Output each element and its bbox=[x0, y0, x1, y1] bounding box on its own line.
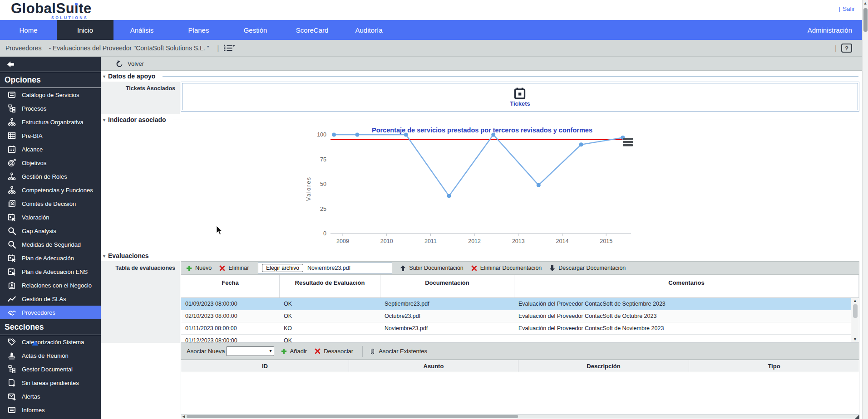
nav-inicio[interactable]: Inicio bbox=[57, 20, 113, 40]
help-icon[interactable]: ? bbox=[841, 44, 852, 53]
evaluaciones-table-body: 01/09/2023 08:00:00 OK Septiembre23.pdf … bbox=[181, 298, 859, 343]
section-indicador-asociado[interactable]: ▾ Indicador asociado bbox=[101, 114, 862, 125]
scroll-up-icon[interactable]: ▲ bbox=[853, 298, 857, 303]
svg-text:2013: 2013 bbox=[512, 238, 525, 244]
sidebar-item-medidas-de-seguridad[interactable]: Medidas de Seguridad bbox=[0, 238, 101, 251]
sidebar-item-gestion-de-roles[interactable]: Gestión de Roles bbox=[0, 170, 101, 183]
scrollbar-thumb[interactable] bbox=[863, 8, 868, 32]
section-datos-de-apoyo[interactable]: ▾ Datos de apoyo bbox=[101, 71, 862, 82]
logout-link[interactable]: |Salir bbox=[838, 5, 855, 12]
logout-label[interactable]: Salir bbox=[843, 5, 855, 12]
eliminar-documentacion-button[interactable]: Eliminar Documentación bbox=[471, 265, 542, 272]
sidebar-item-label: Competencias y Funciones bbox=[22, 187, 93, 194]
nav-auditoria[interactable]: Auditoría bbox=[340, 20, 397, 40]
section-evaluaciones[interactable]: ▾ Evaluaciones bbox=[101, 250, 862, 261]
nav-planes[interactable]: Planes bbox=[170, 20, 227, 40]
table-row[interactable]: 01/12/2023 08:00:00 OK bbox=[181, 335, 851, 343]
sidebar-item-label: Informes bbox=[22, 407, 45, 414]
sidebar-item-categorizacion-sistema[interactable]: Categorización Sistema bbox=[0, 335, 101, 349]
search-icon bbox=[8, 240, 16, 248]
tickets-button[interactable]: Tickets bbox=[510, 87, 530, 107]
cell-fecha: 01/12/2023 08:00:00 bbox=[181, 337, 280, 343]
asociar-nueva-select[interactable] bbox=[226, 346, 274, 356]
sidebar-item-gestor-documental[interactable]: Gestor Documental bbox=[0, 362, 101, 376]
action-bar: Volver bbox=[101, 57, 862, 71]
column-header-tipo: Tipo bbox=[689, 360, 859, 372]
scroll-down-icon[interactable]: ▼ bbox=[853, 337, 857, 342]
sidebar-item-label: Valoración bbox=[22, 214, 49, 221]
sidebar-item-alertas[interactable]: Alertas bbox=[0, 390, 101, 403]
back-arrow-icon bbox=[5, 60, 15, 68]
subir-documentacion-button[interactable]: Subir Documentación bbox=[399, 265, 464, 272]
sidebar-item-proveedores[interactable]: Proveedores bbox=[0, 306, 101, 319]
sidebar-item-plan-de-adecuacion[interactable]: Plan de Adecuación bbox=[0, 251, 101, 265]
sidebar-item-label: Plan de Adecuación bbox=[22, 255, 74, 262]
elegir-archivo-button[interactable]: Elegir archivo bbox=[262, 264, 303, 272]
breadcrumb-separator: | bbox=[217, 44, 219, 52]
anadir-button[interactable]: Añadir bbox=[281, 348, 307, 355]
scrollbar-thumb[interactable] bbox=[187, 415, 518, 418]
asociar-nueva-label: Asociar Nueva bbox=[187, 348, 225, 355]
sidebar-item-gap-analysis[interactable]: Gap Analysis bbox=[0, 224, 101, 238]
section-title: Indicador asociado bbox=[108, 116, 166, 123]
sidebar-item-pre-bia[interactable]: Pre-BIA bbox=[0, 129, 101, 142]
table-row[interactable]: 02/10/2023 08:00:00 OK Octubre23.pdf Eva… bbox=[181, 310, 851, 322]
sidebar-item-label: Procesos bbox=[22, 105, 46, 112]
list-options-icon[interactable] bbox=[223, 44, 235, 52]
chart-menu-icon[interactable] bbox=[623, 141, 633, 143]
nuevo-button[interactable]: Nuevo bbox=[186, 265, 212, 272]
table-row[interactable]: 01/11/2023 08:00:00 KO Noviembre23.pdf E… bbox=[181, 322, 851, 335]
sidebar-item-competencias-y-funciones[interactable]: Competencias y Funciones bbox=[0, 183, 101, 197]
sidebar-item-actas-de-reunion[interactable]: Actas de Reunión bbox=[0, 349, 101, 362]
asociar-existentes-button[interactable]: Asociar Existentes bbox=[369, 348, 427, 355]
column-header-descripcion: Descripción bbox=[518, 360, 689, 372]
sidebar-item-label: Medidas de Seguridad bbox=[22, 241, 81, 248]
sidebar-item-catalogo-de-servicios[interactable]: Catálogo de Servicios bbox=[0, 88, 101, 102]
chart-menu-icon[interactable] bbox=[623, 138, 633, 140]
scroll-left-icon[interactable]: ◀ bbox=[181, 414, 187, 419]
sidebar-item-procesos[interactable]: Procesos bbox=[0, 102, 101, 115]
horizontal-scrollbar[interactable]: ◀ bbox=[181, 414, 859, 419]
sidebar-item-informes[interactable]: Informes bbox=[0, 403, 101, 417]
scrollbar-thumb[interactable] bbox=[853, 304, 858, 318]
eliminar-doc-label: Eliminar Documentación bbox=[480, 265, 542, 271]
sidebar-item-sin-tareas-pendientes[interactable]: Sin tareas pendientes bbox=[0, 376, 101, 390]
sidebar-item-valoracion[interactable]: Valoración bbox=[0, 210, 101, 224]
sidebar-item-estructura-organizativa[interactable]: Estructura Organizativa bbox=[0, 115, 101, 129]
cell-documentacion: Noviembre23.pdf bbox=[380, 325, 514, 331]
sidebar-item-alcance[interactable]: Alcance bbox=[0, 142, 101, 156]
breadcrumb-bar: Proveedores - Evaluaciones del Proveedor… bbox=[0, 40, 862, 57]
volver-button[interactable]: Volver bbox=[116, 60, 144, 68]
nav-administracion[interactable]: Administración bbox=[798, 20, 862, 40]
desasociar-button[interactable]: Desasociar bbox=[314, 348, 353, 355]
sidebar-item-objetivos[interactable]: Objetivos bbox=[0, 156, 101, 170]
nav-analisis[interactable]: Análisis bbox=[113, 20, 170, 40]
sidebar-item-comites-de-decision[interactable]: Comités de Decisión bbox=[0, 197, 101, 210]
breadcrumb-root[interactable]: Proveedores bbox=[5, 44, 41, 52]
sidebar-item-plan-de-adecuacion-ens[interactable]: Plan de Adecuación ENS bbox=[0, 265, 101, 278]
cell-resultado: OK bbox=[280, 313, 380, 319]
salidas-toolbar: Asociar Nueva Añadir Desasociar Asociar … bbox=[181, 343, 859, 360]
table-row[interactable]: 01/09/2023 08:00:00 OK Septiembre23.pdf … bbox=[181, 298, 851, 310]
sidebar-item-gestion-de-slas[interactable]: Gestión de SLAs bbox=[0, 292, 101, 306]
eliminar-button[interactable]: Eliminar bbox=[219, 265, 249, 272]
anadir-label: Añadir bbox=[290, 348, 307, 355]
table-vertical-scrollbar[interactable]: ▲ ▼ bbox=[851, 298, 859, 342]
nav-home[interactable]: Home bbox=[0, 20, 57, 40]
descargar-label: Descargar Documentación bbox=[558, 265, 626, 271]
nav-gestion[interactable]: Gestión bbox=[227, 20, 284, 40]
tickets-row: Tickets Asociados Tickets bbox=[101, 82, 862, 114]
nuevo-label: Nuevo bbox=[195, 265, 212, 271]
calendar-cursor-icon bbox=[8, 254, 16, 262]
sidebar-back-button[interactable] bbox=[0, 57, 101, 72]
page-vertical-scrollbar[interactable]: ▲ bbox=[862, 0, 868, 419]
file-input[interactable]: Elegir archivo Noviembre23.pdf bbox=[258, 263, 392, 273]
stamp-icon bbox=[8, 351, 16, 360]
sidebar-item-relaciones-con-el-negocio[interactable]: Relaciones con el Negocio bbox=[0, 278, 101, 292]
descargar-documentacion-button[interactable]: Descargar Documentación bbox=[549, 265, 626, 272]
scroll-up-icon[interactable]: ▲ bbox=[863, 0, 868, 6]
nav-scorecard[interactable]: ScoreCard bbox=[284, 20, 340, 40]
chart-menu-icon[interactable] bbox=[623, 144, 633, 146]
x-icon bbox=[219, 265, 226, 272]
mail-arrow-icon bbox=[8, 392, 16, 400]
